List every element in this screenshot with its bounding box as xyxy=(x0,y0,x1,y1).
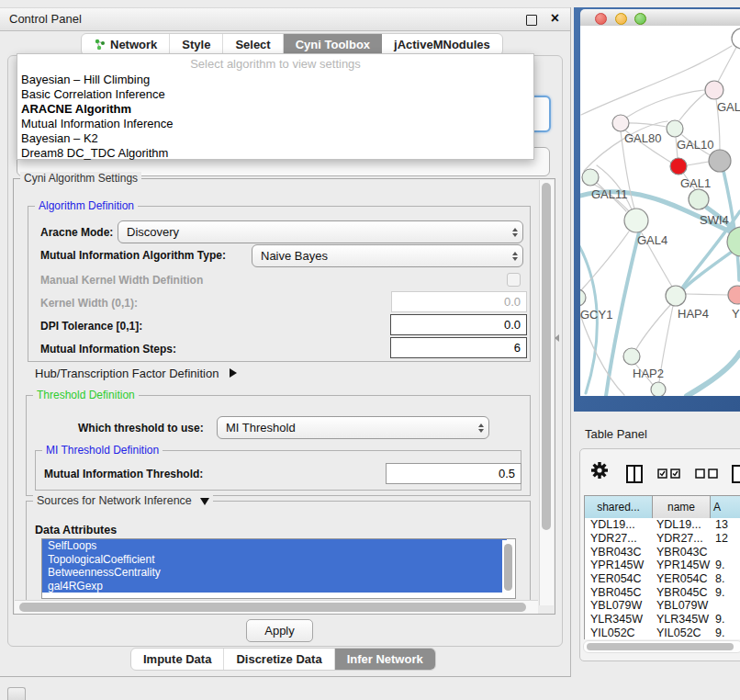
network-node-gcy1[interactable] xyxy=(580,289,586,306)
table-panel-title: Table Panel xyxy=(585,427,647,441)
network-edge[interactable] xyxy=(679,92,707,120)
scrollbar-thumb[interactable] xyxy=(542,183,551,530)
tab-cyni-toolbox[interactable]: Cyni Toolbox xyxy=(284,34,382,55)
network-node-hap4[interactable] xyxy=(666,286,686,306)
tab-style[interactable]: Style xyxy=(170,34,223,55)
network-node-gal10[interactable] xyxy=(667,120,683,137)
network-canvas[interactable]: GALGAL80GAL10GAL1GAL11SWI4GAL4GCY1HAP4YH… xyxy=(580,26,740,396)
tab-impute-data[interactable]: Impute Data xyxy=(131,649,224,670)
network-edge[interactable] xyxy=(687,353,740,396)
corner-button[interactable] xyxy=(7,687,26,700)
mi-type-select[interactable]: Naive Bayes xyxy=(252,244,523,267)
minimize-traffic-light-icon[interactable] xyxy=(615,13,627,25)
list-item[interactable]: SelfLoops xyxy=(42,539,507,553)
network-edge[interactable] xyxy=(687,162,709,165)
close-traffic-light-icon[interactable] xyxy=(595,13,607,25)
menu-item-mutual-information[interactable]: Mutual Information Inference xyxy=(21,117,173,130)
tab-discretize-data[interactable]: Discretize Data xyxy=(224,649,334,670)
network-node-gal11[interactable] xyxy=(582,169,599,186)
control-panel-titlebar[interactable]: Control Panel × xyxy=(0,7,570,31)
split-columns-icon[interactable] xyxy=(626,465,643,483)
network-node-swi4[interactable] xyxy=(689,189,709,209)
menu-item-aracne[interactable]: ARACNE Algorithm xyxy=(21,102,131,116)
menu-item-bayesian-hill-climbing[interactable]: Bayesian – Hill Climbing xyxy=(21,73,150,86)
network-window-titlebar[interactable] xyxy=(580,9,740,27)
node-label: Y xyxy=(732,307,740,321)
table-row[interactable]: YBR045CYBR045C9. xyxy=(585,585,740,599)
table-row[interactable]: YPR145WYPR145W9. xyxy=(585,559,740,572)
manual-kernel-checkbox[interactable] xyxy=(507,273,521,287)
table-row[interactable]: YIL052CYIL052C9. xyxy=(585,627,740,640)
tab-jactivemnodules[interactable]: jActiveMNodules xyxy=(382,34,502,55)
gear-icon[interactable] xyxy=(591,462,608,479)
scrollbar-thumb[interactable] xyxy=(19,603,526,612)
table-row[interactable]: YDR27...YDR27...12 xyxy=(585,532,740,546)
apply-button[interactable]: Apply xyxy=(246,619,313,642)
mi-steps-value: 6 xyxy=(514,341,521,355)
network-node-gal[interactable] xyxy=(705,81,723,99)
algorithm-placeholder: Select algorithm to view settings xyxy=(17,57,533,71)
dpi-tolerance-input[interactable]: 0.0 xyxy=(390,314,527,335)
network-edge[interactable] xyxy=(581,231,629,290)
table-row[interactable]: YBL079WYBL079W xyxy=(585,599,740,613)
column-header-partial[interactable]: A xyxy=(711,495,740,519)
settings-horizontal-scrollbar[interactable] xyxy=(15,600,538,614)
network-node[interactable] xyxy=(651,382,666,396)
network-edge[interactable] xyxy=(581,46,732,115)
network-node-hap2[interactable] xyxy=(623,348,640,365)
dpi-tolerance-value: 0.0 xyxy=(504,318,521,332)
table-cell: YDR27... xyxy=(653,532,711,545)
sources-group-title[interactable]: Sources for Network Inference xyxy=(33,494,213,507)
data-attributes-list[interactable]: SelfLoopsTopologicalCoefficientBetweenne… xyxy=(41,538,516,599)
column-header-name[interactable]: name xyxy=(653,495,711,519)
tab-infer-network[interactable]: Infer Network xyxy=(335,649,435,670)
network-edge[interactable] xyxy=(686,294,728,295)
tab-network[interactable]: Network xyxy=(82,34,170,55)
mi-threshold-label: Mutual Information Threshold: xyxy=(44,468,203,480)
table-row[interactable]: YBR043CYBR043C xyxy=(585,545,740,559)
list-item[interactable]: TopologicalCoefficient xyxy=(42,553,507,567)
zoom-traffic-light-icon[interactable] xyxy=(634,13,646,25)
network-node-y[interactable] xyxy=(728,286,740,304)
scrollbar-thumb[interactable] xyxy=(587,643,734,650)
table-row[interactable]: YLR345WYLR345W9. xyxy=(585,613,740,627)
node-label: GAL80 xyxy=(624,131,661,145)
settings-vertical-scrollbar[interactable] xyxy=(539,180,554,605)
tab-select[interactable]: Select xyxy=(223,34,283,55)
menu-item-bayesian-k2[interactable]: Bayesian – K2 xyxy=(21,131,98,145)
new-table-icon[interactable] xyxy=(732,465,740,483)
node-label: GCY1 xyxy=(580,308,612,322)
unchecked-columns-icon[interactable] xyxy=(695,469,719,479)
menu-item-basic-correlation[interactable]: Basic Correlation Inference xyxy=(21,87,165,101)
stepper-icon xyxy=(474,423,488,433)
network-node[interactable] xyxy=(709,150,731,172)
list-scrollbar[interactable] xyxy=(502,540,514,597)
hub-definition-label: Hub/Transcription Factor Definition xyxy=(35,367,219,380)
float-panel-icon[interactable] xyxy=(526,15,537,26)
column-header-shared-name[interactable]: shared... xyxy=(585,495,653,519)
table-horizontal-scrollbar[interactable] xyxy=(583,640,740,653)
network-node-gal4[interactable] xyxy=(624,209,648,232)
stepper-icon xyxy=(508,228,522,237)
network-node-gal80[interactable] xyxy=(612,115,629,131)
mi-steps-input[interactable]: 6 xyxy=(390,337,527,358)
node-label: HAP4 xyxy=(678,307,709,321)
network-graph[interactable]: GALGAL80GAL10GAL1GAL11SWI4GAL4GCY1HAP4YH… xyxy=(580,26,740,396)
list-item[interactable]: gal4RGexp xyxy=(42,580,507,593)
which-threshold-select[interactable]: MI Threshold xyxy=(217,416,489,439)
network-node-gal1[interactable] xyxy=(670,158,687,175)
sources-title-label: Sources for Network Inference xyxy=(37,494,192,507)
menu-item-dream8[interactable]: Dream8 DC_TDC Algorithm xyxy=(21,146,168,160)
panel-splitter-arrow[interactable] xyxy=(555,334,559,342)
table-row[interactable]: YER054CYER054C8. xyxy=(585,572,740,586)
list-item[interactable]: BetweennessCentrality xyxy=(42,566,507,580)
table-row[interactable]: YDL19...YDL19...13 xyxy=(585,518,740,532)
scrollbar-thumb[interactable] xyxy=(504,544,512,591)
close-icon[interactable]: × xyxy=(551,11,559,26)
hub-definition-expander[interactable]: Hub/Transcription Factor Definition xyxy=(35,367,237,380)
network-node[interactable] xyxy=(732,28,740,49)
checked-columns-icon[interactable] xyxy=(657,469,681,479)
mi-threshold-input[interactable]: 0.5 xyxy=(386,463,521,484)
aracne-mode-select[interactable]: Discovery xyxy=(118,220,523,243)
kernel-width-input[interactable]: 0.0 xyxy=(391,291,527,312)
